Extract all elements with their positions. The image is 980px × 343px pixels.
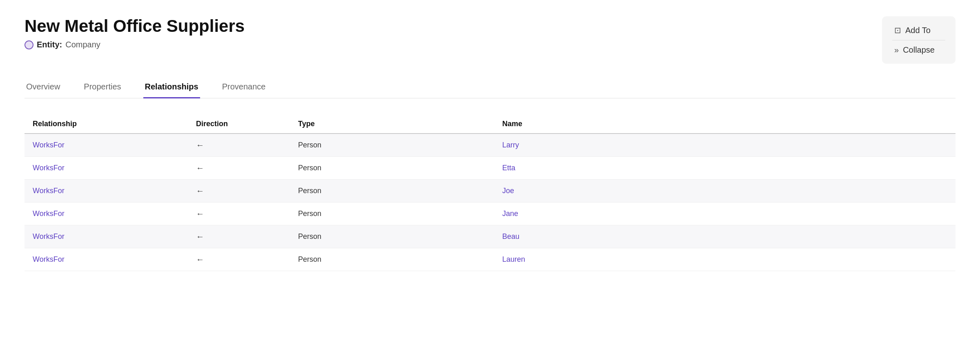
page-header: New Metal Office Suppliers Entity: Compa… [24,16,956,64]
collapse-label: Collapse [903,45,935,55]
tab-bar: Overview Properties Relationships Proven… [24,76,956,98]
tab-overview[interactable]: Overview [24,76,62,98]
add-to-label: Add To [905,26,931,35]
table-body: WorksFor←PersonLarryWorksFor←PersonEttaW… [24,134,956,271]
cell-name[interactable]: Beau [502,232,947,241]
page-title: New Metal Office Suppliers [24,16,245,36]
table-row: WorksFor←PersonJoe [24,180,956,203]
cell-direction: ← [196,209,298,218]
tab-provenance[interactable]: Provenance [220,76,267,98]
cell-name[interactable]: Etta [502,164,947,172]
table-row: WorksFor←PersonJane [24,203,956,225]
relationships-table: Relationship Direction Type Name WorksFo… [24,115,956,271]
add-to-button[interactable]: ⊡ Add To [890,20,947,40]
tab-relationships[interactable]: Relationships [143,76,200,98]
col-header-name: Name [502,120,947,128]
table-header: Relationship Direction Type Name [24,115,956,134]
table-row: WorksFor←PersonEtta [24,157,956,180]
cell-direction: ← [196,140,298,150]
cell-direction: ← [196,232,298,241]
cell-name[interactable]: Lauren [502,255,947,264]
header-left: New Metal Office Suppliers Entity: Compa… [24,16,245,49]
cell-type: Person [298,187,502,195]
cell-type: Person [298,141,502,149]
cell-relationship[interactable]: WorksFor [33,187,196,195]
add-to-icon: ⊡ [894,25,901,35]
cell-relationship[interactable]: WorksFor [33,164,196,172]
cell-type: Person [298,209,502,218]
cell-direction: ← [196,186,298,196]
table-row: WorksFor←PersonLarry [24,134,956,157]
entity-badge: Entity: Company [24,40,245,49]
cell-relationship[interactable]: WorksFor [33,209,196,218]
table-row: WorksFor←PersonBeau [24,225,956,248]
cell-name[interactable]: Jane [502,209,947,218]
cell-relationship[interactable]: WorksFor [33,232,196,241]
cell-type: Person [298,164,502,172]
cell-relationship[interactable]: WorksFor [33,141,196,149]
col-header-relationship: Relationship [33,120,196,128]
entity-value: Company [65,40,100,49]
cell-direction: ← [196,255,298,264]
col-header-direction: Direction [196,120,298,128]
cell-name[interactable]: Larry [502,141,947,149]
cell-direction: ← [196,163,298,173]
tab-properties[interactable]: Properties [82,76,122,98]
entity-icon [24,40,33,49]
collapse-button[interactable]: » Collapse [890,40,947,60]
header-actions: ⊡ Add To » Collapse [882,16,956,64]
cell-name[interactable]: Joe [502,187,947,195]
cell-type: Person [298,255,502,264]
collapse-icon: » [894,45,899,55]
cell-type: Person [298,232,502,241]
col-header-type: Type [298,120,502,128]
entity-label: Entity: [37,40,62,49]
cell-relationship[interactable]: WorksFor [33,255,196,264]
table-row: WorksFor←PersonLauren [24,248,956,271]
